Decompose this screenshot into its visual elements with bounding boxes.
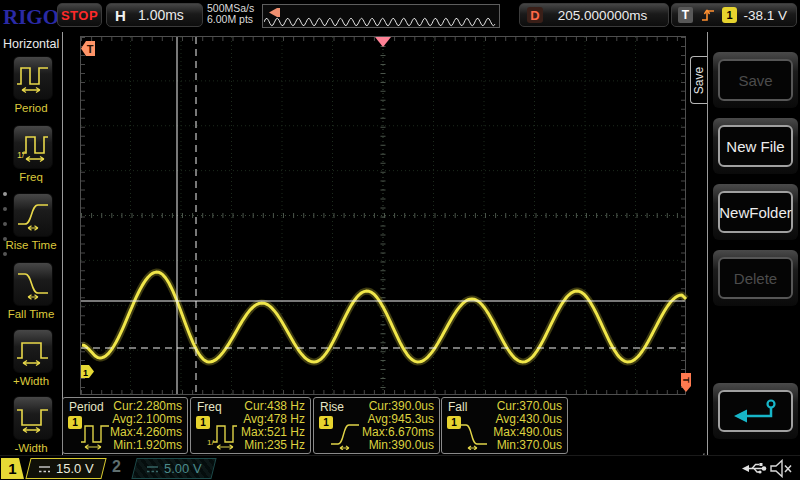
delay-label: D [527, 7, 543, 23]
sidebar-item-label: Freq [0, 171, 62, 183]
pos-width-icon[interactable] [13, 329, 53, 373]
preview-waveform [264, 16, 498, 28]
sidebar-item-label: Fall Time [0, 308, 62, 320]
graticule-grid [81, 37, 686, 395]
rise-icon [327, 418, 365, 450]
run-state-indicator: STOP [57, 3, 102, 27]
menu-well: Delete [713, 250, 798, 306]
channel-status-bar: 1 15.0 V 2 5.00 V [0, 455, 800, 480]
save-button: Save [718, 59, 793, 101]
trigger-level-marker-left: T [81, 41, 95, 56]
measurement-values: Cur:2.280ms Avg:2.100ms Max:4.260ms Min:… [110, 400, 182, 452]
trigger-source-badge: 1 [722, 7, 737, 23]
horizontal-label: H [115, 7, 126, 24]
timebase-value: 1.00ms [126, 7, 196, 23]
dc-coupling-icon [38, 464, 51, 474]
sidebar-item-period[interactable]: Period [0, 56, 62, 116]
neg-width-icon[interactable] [13, 396, 53, 440]
sidebar-item-label: Rise Time [0, 239, 62, 251]
measurement-panel-period: Period 1 Cur:2.280ms Avg:2.100ms Max:4.2… [62, 397, 188, 454]
sidebar-separator [62, 32, 63, 455]
channel2-badge[interactable]: 2 [112, 458, 121, 476]
usb-icon [742, 461, 767, 476]
menu-tab-save: Save [690, 56, 707, 104]
svg-text:T: T [681, 377, 691, 383]
dc-coupling-icon [146, 464, 159, 474]
menu-well: Save [713, 52, 798, 108]
measurement-name: Freq [197, 400, 222, 414]
page-dot [3, 237, 7, 241]
sidebar-item-rise-time[interactable]: Rise Time [0, 193, 62, 253]
sidebar-item-freq[interactable]: 1/ Freq [0, 125, 62, 185]
svg-text:1/: 1/ [17, 150, 25, 160]
menu-well [713, 383, 798, 439]
new-folder-button[interactable]: NewFolder [718, 191, 793, 233]
measurement-name: Rise [320, 400, 344, 414]
menu-tab-label: Save [692, 57, 707, 105]
sidebar-item-neg-width[interactable]: -Width [0, 396, 62, 456]
measurement-panel-fall: Fall 1 Cur:370.0us Avg:430.0us Max:490.0… [441, 397, 568, 454]
measurement-values: Cur:390.0us Avg:945.3us Max:6.670ms Min:… [362, 400, 434, 452]
trigger-block: T 1 -38.1 V [671, 3, 797, 27]
ch1-waveform-glow [82, 272, 686, 362]
acquisition-info: 500MSa/s 6.00M pts [207, 3, 254, 25]
trigger-position-marker [375, 37, 391, 47]
sidebar-item-fall-time[interactable]: Fall Time [0, 262, 62, 322]
measurement-panel-freq: Freq 1 1/ Cur:438 Hz Avg:478 Hz Max:521 … [190, 397, 311, 454]
trigger-label: T [678, 7, 693, 23]
freq-icon: 1/ [204, 418, 242, 450]
waveform-display: T T 1 [80, 36, 696, 396]
channel1-badge[interactable]: 1 [1, 458, 24, 479]
delay-block: D 205.000000ms [519, 3, 669, 27]
memory-waveform-preview [262, 4, 500, 28]
channel1-scale: 15.0 V [56, 461, 94, 476]
menu-well: New File [713, 118, 798, 174]
ch1-ground-marker: 1 [81, 365, 94, 378]
delete-button: Delete [718, 257, 793, 299]
menu-separator [707, 32, 708, 455]
freq-icon[interactable]: 1/ [13, 125, 53, 169]
svg-text:T: T [87, 43, 94, 55]
channel1-scale-box[interactable]: 15.0 V [25, 458, 106, 479]
memory-depth: 6.00M pts [207, 14, 254, 25]
return-arrow-icon [727, 396, 785, 426]
svg-text:1: 1 [83, 368, 88, 378]
sidebar-item-label: -Width [0, 442, 62, 454]
page-dot [3, 222, 7, 226]
trigger-level-value: -38.1 V [737, 8, 787, 23]
measurement-panel-rise: Rise 1 Cur:390.0us Avg:945.3us Max:6.670… [313, 397, 440, 454]
page-dot [3, 192, 7, 196]
fall-time-icon[interactable] [13, 262, 53, 306]
page-dot [3, 252, 7, 256]
measurement-values: Cur:438 Hz Avg:478 Hz Max:521 Hz Min:235… [241, 400, 305, 452]
measurement-name: Period [69, 400, 104, 414]
measurement-name: Fall [448, 400, 467, 414]
speaker-muted-icon [769, 459, 794, 478]
trigger-level-marker-bottom: T [681, 373, 691, 392]
new-file-button[interactable]: New File [718, 125, 793, 167]
oscilloscope-screen: RIGOL STOP H 1.00ms 500MSa/s 6.00M pts D… [0, 0, 800, 480]
svg-text:1/: 1/ [207, 438, 214, 447]
channel2-scale-box[interactable]: 5.00 V [131, 458, 216, 479]
menu-back-button[interactable] [718, 390, 793, 432]
period-icon[interactable] [13, 56, 53, 100]
run-state-label: STOP [61, 8, 98, 23]
sidebar-item-label: +Width [0, 375, 62, 387]
fall-icon [455, 418, 493, 450]
sidebar-item-pos-width[interactable]: +Width [0, 329, 62, 389]
channel2-scale: 5.00 V [164, 461, 202, 476]
delay-value: 205.000000ms [543, 8, 662, 23]
page-dot [3, 207, 7, 211]
measurement-values: Cur:370.0us Avg:430.0us Max:490.0us Min:… [493, 400, 562, 452]
trigger-slope-icon [699, 7, 717, 23]
sidebar-title: Horizontal [3, 37, 59, 51]
sidebar-item-label: Period [0, 102, 62, 114]
period-icon [76, 418, 114, 450]
menu-well: NewFolder [713, 184, 798, 240]
rise-time-icon[interactable] [13, 193, 53, 237]
horizontal-timebase-block: H 1.00ms [106, 3, 203, 27]
